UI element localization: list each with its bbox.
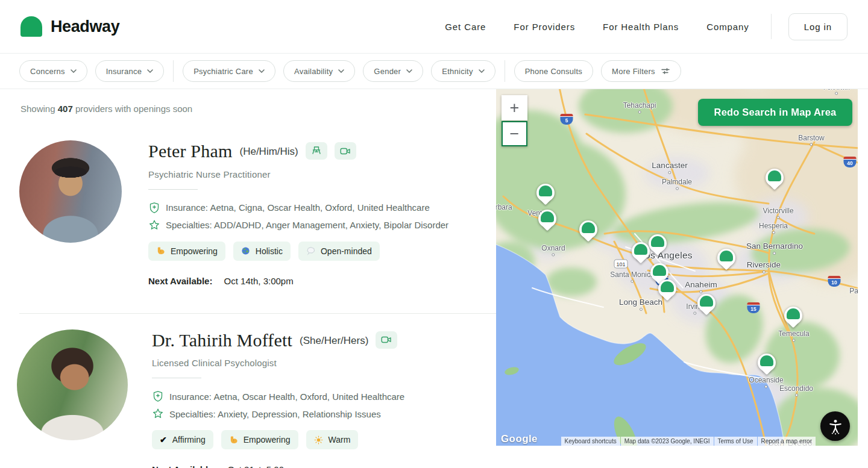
filter-phone-consults-label: Phone Consults — [525, 67, 582, 76]
star-icon — [148, 219, 160, 231]
results-count-line: Showing 407 providers with openings soon — [20, 104, 496, 114]
filter-more-filters[interactable]: More Filters — [601, 60, 681, 82]
headway-logo[interactable]: Headway — [20, 16, 119, 37]
map-label-palmdale: Palmdale — [662, 178, 692, 190]
map-label-fort-irwin: Fort Irwin — [823, 89, 850, 95]
insurance-text: Insurance: Aetna, Oscar Health, Oxford, … — [169, 392, 404, 402]
zoom-out-button[interactable]: − — [502, 121, 527, 146]
filter-ethnicity-label: Ethnicity — [442, 67, 473, 76]
filter-insurance[interactable]: Insurance — [95, 60, 164, 82]
provider-avatar[interactable] — [19, 140, 122, 243]
filter-concerns[interactable]: Concerns — [19, 60, 87, 82]
filter-gender[interactable]: Gender — [363, 60, 423, 82]
road-shield-10: 10 — [828, 276, 841, 287]
map-label-riverside: Riverside — [747, 260, 781, 273]
map-label-long-beach: Long Beach — [619, 298, 662, 311]
nav-for-providers[interactable]: For Providers — [514, 22, 575, 32]
accessibility-button[interactable] — [820, 411, 850, 441]
trait-label: Warm — [329, 435, 351, 445]
map-label-lancaster: Lancaster — [652, 161, 687, 174]
specialties-row: Specialties: ADD/ADHD, Anger Management,… — [148, 219, 448, 231]
provider-map-pin[interactable] — [784, 307, 802, 325]
video-session-icon — [335, 142, 356, 160]
map-label-santa-barbara: Santa Barbara — [496, 203, 512, 211]
headway-logo-icon — [20, 16, 42, 37]
provider-map-pin[interactable] — [536, 184, 555, 202]
map-zoom-controls: + − — [502, 95, 527, 146]
redo-search-button[interactable]: Redo Search in Map Area — [698, 99, 852, 126]
map-label-victorville: Victorville — [763, 207, 793, 219]
trait-label: Empowering — [171, 246, 218, 256]
provider-map-pin[interactable] — [766, 169, 784, 187]
provider-card[interactable]: Peter Pham (He/Him/His) Psychiatric Nurs… — [19, 140, 496, 295]
insurance-row: Insurance: Aetna, Cigna, Oscar Health, O… — [148, 202, 448, 214]
provider-map-pin[interactable] — [579, 220, 597, 239]
filter-phone-consults[interactable]: Phone Consults — [514, 60, 593, 82]
next-available-row: Next Available: Oct 21st, 5:00pm — [152, 464, 404, 468]
google-logo[interactable]: Google — [501, 433, 538, 445]
top-header: Headway Get Care For Providers For Healt… — [0, 0, 868, 54]
nav-for-health-plans[interactable]: For Health Plans — [603, 22, 679, 32]
provider-map-pin[interactable] — [649, 234, 667, 252]
trait-badges: ✔ Affirming Empowering Warm — [152, 430, 404, 449]
zoom-in-button[interactable]: + — [502, 95, 527, 120]
primary-nav: Get Care For Providers For Health Plans … — [417, 13, 848, 40]
provider-map-pin[interactable] — [758, 354, 776, 372]
chevron-down-icon — [338, 69, 344, 73]
map-panel[interactable]: Fort IrwinTehachapiBarstowLancasterPalmd… — [496, 89, 858, 446]
muscle-icon — [229, 435, 238, 445]
shield-plus-icon — [152, 390, 164, 402]
filter-insurance-label: Insurance — [106, 67, 142, 76]
map-label-escondido: Escondido — [779, 384, 813, 397]
provider-name[interactable]: Peter Pham — [148, 142, 232, 161]
filter-psychiatric-care[interactable]: Psychiatric Care — [183, 60, 275, 82]
filter-ethnicity[interactable]: Ethnicity — [431, 60, 495, 82]
provider-map-pin[interactable] — [538, 210, 556, 228]
provider-avatar[interactable] — [17, 329, 128, 440]
trait-label: Empowering — [244, 435, 291, 445]
map-label-anaheim: Anaheim — [685, 280, 717, 293]
globe-icon — [241, 246, 250, 255]
provider-map-pin[interactable] — [697, 294, 715, 312]
map-label-santa-monica: Santa Monica — [610, 270, 654, 283]
filter-more-filters-label: More Filters — [612, 67, 655, 76]
provider-name-row: Peter Pham (He/Him/His) — [148, 142, 448, 161]
card-mini-divider — [148, 189, 198, 190]
next-available-value: Oct 21st, 5:00pm — [228, 464, 297, 468]
trait-badges: Empowering Holistic Open-minded — [148, 242, 448, 261]
map-attribution: Keyboard shortcuts Map data ©2023 Google… — [561, 437, 816, 446]
nav-get-care[interactable]: Get Care — [445, 22, 486, 32]
specialties-row: Specialties: Anxiety, Depression, Relati… — [152, 408, 404, 420]
provider-map-pin[interactable] — [650, 263, 668, 281]
chevron-down-icon — [147, 69, 153, 73]
terms-of-use-link[interactable]: Terms of Use — [714, 437, 757, 446]
provider-map-pin[interactable] — [658, 279, 676, 298]
provider-card[interactable]: Dr. Tahirih Moffett (She/Her/Hers) Licen… — [19, 329, 496, 468]
provider-name-row: Dr. Tahirih Moffett (She/Her/Hers) — [152, 331, 404, 350]
map-label-oxnard: Oxnard — [541, 244, 565, 257]
next-available-value: Oct 14th, 3:00pm — [224, 276, 294, 286]
login-button[interactable]: Log in — [788, 13, 848, 40]
provider-map-pin[interactable] — [632, 242, 650, 260]
map-label-hesperia: Hesperia — [759, 222, 788, 234]
next-available-label: Next Available: — [152, 464, 216, 468]
trait-badge: Open-minded — [298, 242, 380, 261]
trait-badge: Empowering — [221, 430, 298, 449]
results-prefix: Showing — [20, 104, 55, 114]
provider-title: Licensed Clinical Psychologist — [152, 358, 404, 368]
provider-name[interactable]: Dr. Tahirih Moffett — [152, 331, 292, 350]
nav-divider — [771, 14, 772, 39]
report-map-error-link[interactable]: Report a map error — [758, 437, 816, 446]
filter-divider — [505, 60, 505, 82]
filter-availability-label: Availability — [294, 67, 333, 76]
chevron-down-icon — [479, 69, 485, 73]
results-suffix: providers with openings soon — [75, 104, 192, 114]
provider-map-pin[interactable] — [717, 249, 735, 267]
insurance-text: Insurance: Aetna, Cigna, Oscar Health, O… — [166, 202, 430, 213]
filter-availability[interactable]: Availability — [283, 60, 355, 82]
keyboard-shortcuts-link[interactable]: Keyboard shortcuts — [561, 437, 620, 446]
brand-wordmark: Headway — [51, 17, 119, 36]
nav-company[interactable]: Company — [706, 22, 749, 32]
map-label-oceanside: Oceanside — [749, 376, 783, 388]
card-mini-divider — [152, 378, 201, 378]
